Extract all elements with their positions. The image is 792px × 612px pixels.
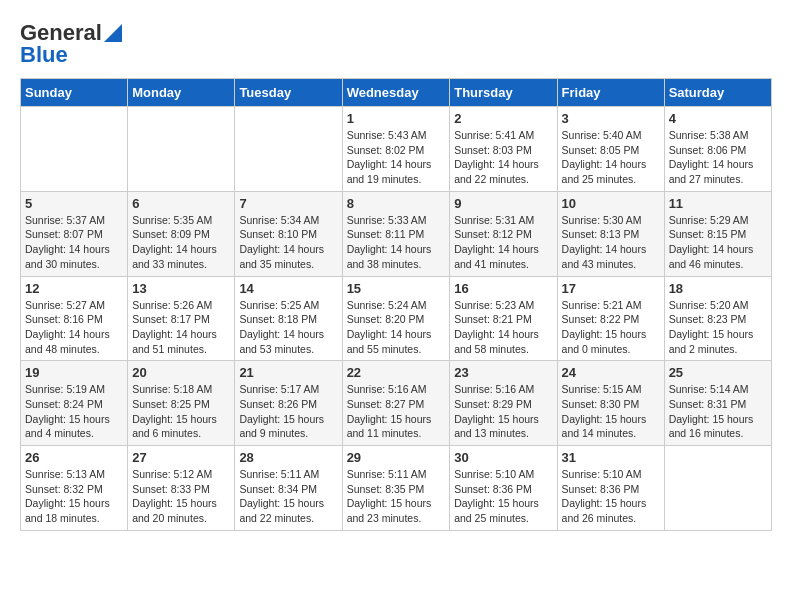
- day-number: 5: [25, 196, 123, 211]
- calendar-cell: 22Sunrise: 5:16 AM Sunset: 8:27 PM Dayli…: [342, 361, 450, 446]
- day-info: Sunrise: 5:25 AM Sunset: 8:18 PM Dayligh…: [239, 298, 337, 357]
- day-number: 22: [347, 365, 446, 380]
- day-info: Sunrise: 5:26 AM Sunset: 8:17 PM Dayligh…: [132, 298, 230, 357]
- day-info: Sunrise: 5:13 AM Sunset: 8:32 PM Dayligh…: [25, 467, 123, 526]
- weekday-header: Friday: [557, 79, 664, 107]
- calendar-cell: 1Sunrise: 5:43 AM Sunset: 8:02 PM Daylig…: [342, 107, 450, 192]
- day-number: 15: [347, 281, 446, 296]
- calendar-cell: 29Sunrise: 5:11 AM Sunset: 8:35 PM Dayli…: [342, 446, 450, 531]
- calendar-cell: 28Sunrise: 5:11 AM Sunset: 8:34 PM Dayli…: [235, 446, 342, 531]
- day-info: Sunrise: 5:14 AM Sunset: 8:31 PM Dayligh…: [669, 382, 767, 441]
- day-number: 2: [454, 111, 552, 126]
- calendar-cell: 5Sunrise: 5:37 AM Sunset: 8:07 PM Daylig…: [21, 191, 128, 276]
- weekday-header: Wednesday: [342, 79, 450, 107]
- day-info: Sunrise: 5:18 AM Sunset: 8:25 PM Dayligh…: [132, 382, 230, 441]
- calendar-cell: 24Sunrise: 5:15 AM Sunset: 8:30 PM Dayli…: [557, 361, 664, 446]
- day-info: Sunrise: 5:21 AM Sunset: 8:22 PM Dayligh…: [562, 298, 660, 357]
- day-number: 23: [454, 365, 552, 380]
- page-header: General Blue: [20, 20, 772, 68]
- day-number: 21: [239, 365, 337, 380]
- calendar-cell: 4Sunrise: 5:38 AM Sunset: 8:06 PM Daylig…: [664, 107, 771, 192]
- logo-blue-text: Blue: [20, 42, 68, 68]
- calendar-cell: 10Sunrise: 5:30 AM Sunset: 8:13 PM Dayli…: [557, 191, 664, 276]
- calendar-cell: [664, 446, 771, 531]
- calendar-cell: 26Sunrise: 5:13 AM Sunset: 8:32 PM Dayli…: [21, 446, 128, 531]
- day-number: 10: [562, 196, 660, 211]
- day-info: Sunrise: 5:30 AM Sunset: 8:13 PM Dayligh…: [562, 213, 660, 272]
- calendar-cell: 9Sunrise: 5:31 AM Sunset: 8:12 PM Daylig…: [450, 191, 557, 276]
- calendar-cell: 12Sunrise: 5:27 AM Sunset: 8:16 PM Dayli…: [21, 276, 128, 361]
- day-number: 17: [562, 281, 660, 296]
- day-number: 8: [347, 196, 446, 211]
- day-number: 31: [562, 450, 660, 465]
- day-info: Sunrise: 5:16 AM Sunset: 8:29 PM Dayligh…: [454, 382, 552, 441]
- day-info: Sunrise: 5:17 AM Sunset: 8:26 PM Dayligh…: [239, 382, 337, 441]
- day-number: 11: [669, 196, 767, 211]
- day-number: 27: [132, 450, 230, 465]
- calendar-cell: 3Sunrise: 5:40 AM Sunset: 8:05 PM Daylig…: [557, 107, 664, 192]
- calendar-week-row: 26Sunrise: 5:13 AM Sunset: 8:32 PM Dayli…: [21, 446, 772, 531]
- calendar-cell: 16Sunrise: 5:23 AM Sunset: 8:21 PM Dayli…: [450, 276, 557, 361]
- day-number: 25: [669, 365, 767, 380]
- calendar-table: SundayMondayTuesdayWednesdayThursdayFrid…: [20, 78, 772, 531]
- day-number: 4: [669, 111, 767, 126]
- day-info: Sunrise: 5:20 AM Sunset: 8:23 PM Dayligh…: [669, 298, 767, 357]
- calendar-cell: 31Sunrise: 5:10 AM Sunset: 8:36 PM Dayli…: [557, 446, 664, 531]
- day-number: 3: [562, 111, 660, 126]
- day-info: Sunrise: 5:10 AM Sunset: 8:36 PM Dayligh…: [454, 467, 552, 526]
- calendar-cell: 8Sunrise: 5:33 AM Sunset: 8:11 PM Daylig…: [342, 191, 450, 276]
- calendar-cell: 23Sunrise: 5:16 AM Sunset: 8:29 PM Dayli…: [450, 361, 557, 446]
- day-info: Sunrise: 5:37 AM Sunset: 8:07 PM Dayligh…: [25, 213, 123, 272]
- day-info: Sunrise: 5:41 AM Sunset: 8:03 PM Dayligh…: [454, 128, 552, 187]
- day-info: Sunrise: 5:15 AM Sunset: 8:30 PM Dayligh…: [562, 382, 660, 441]
- calendar-week-row: 12Sunrise: 5:27 AM Sunset: 8:16 PM Dayli…: [21, 276, 772, 361]
- day-info: Sunrise: 5:33 AM Sunset: 8:11 PM Dayligh…: [347, 213, 446, 272]
- calendar-cell: 2Sunrise: 5:41 AM Sunset: 8:03 PM Daylig…: [450, 107, 557, 192]
- calendar-cell: 19Sunrise: 5:19 AM Sunset: 8:24 PM Dayli…: [21, 361, 128, 446]
- weekday-header: Monday: [128, 79, 235, 107]
- day-info: Sunrise: 5:29 AM Sunset: 8:15 PM Dayligh…: [669, 213, 767, 272]
- day-info: Sunrise: 5:11 AM Sunset: 8:35 PM Dayligh…: [347, 467, 446, 526]
- day-info: Sunrise: 5:38 AM Sunset: 8:06 PM Dayligh…: [669, 128, 767, 187]
- day-number: 1: [347, 111, 446, 126]
- day-number: 7: [239, 196, 337, 211]
- day-info: Sunrise: 5:23 AM Sunset: 8:21 PM Dayligh…: [454, 298, 552, 357]
- day-info: Sunrise: 5:10 AM Sunset: 8:36 PM Dayligh…: [562, 467, 660, 526]
- day-number: 16: [454, 281, 552, 296]
- calendar-cell: 6Sunrise: 5:35 AM Sunset: 8:09 PM Daylig…: [128, 191, 235, 276]
- logo: General Blue: [20, 20, 122, 68]
- day-number: 12: [25, 281, 123, 296]
- day-info: Sunrise: 5:31 AM Sunset: 8:12 PM Dayligh…: [454, 213, 552, 272]
- day-info: Sunrise: 5:43 AM Sunset: 8:02 PM Dayligh…: [347, 128, 446, 187]
- calendar-cell: [21, 107, 128, 192]
- day-number: 20: [132, 365, 230, 380]
- calendar-cell: 30Sunrise: 5:10 AM Sunset: 8:36 PM Dayli…: [450, 446, 557, 531]
- calendar-header-row: SundayMondayTuesdayWednesdayThursdayFrid…: [21, 79, 772, 107]
- day-number: 29: [347, 450, 446, 465]
- calendar-cell: 17Sunrise: 5:21 AM Sunset: 8:22 PM Dayli…: [557, 276, 664, 361]
- calendar-cell: 15Sunrise: 5:24 AM Sunset: 8:20 PM Dayli…: [342, 276, 450, 361]
- logo-arrow-icon: [104, 24, 122, 42]
- calendar-week-row: 19Sunrise: 5:19 AM Sunset: 8:24 PM Dayli…: [21, 361, 772, 446]
- day-info: Sunrise: 5:24 AM Sunset: 8:20 PM Dayligh…: [347, 298, 446, 357]
- day-info: Sunrise: 5:12 AM Sunset: 8:33 PM Dayligh…: [132, 467, 230, 526]
- calendar-cell: 20Sunrise: 5:18 AM Sunset: 8:25 PM Dayli…: [128, 361, 235, 446]
- day-number: 19: [25, 365, 123, 380]
- svg-marker-0: [104, 24, 122, 42]
- calendar-cell: 25Sunrise: 5:14 AM Sunset: 8:31 PM Dayli…: [664, 361, 771, 446]
- weekday-header: Sunday: [21, 79, 128, 107]
- day-info: Sunrise: 5:19 AM Sunset: 8:24 PM Dayligh…: [25, 382, 123, 441]
- weekday-header: Saturday: [664, 79, 771, 107]
- day-number: 9: [454, 196, 552, 211]
- day-number: 18: [669, 281, 767, 296]
- calendar-cell: 27Sunrise: 5:12 AM Sunset: 8:33 PM Dayli…: [128, 446, 235, 531]
- day-info: Sunrise: 5:34 AM Sunset: 8:10 PM Dayligh…: [239, 213, 337, 272]
- day-number: 6: [132, 196, 230, 211]
- calendar-cell: 14Sunrise: 5:25 AM Sunset: 8:18 PM Dayli…: [235, 276, 342, 361]
- calendar-cell: [128, 107, 235, 192]
- calendar-cell: 18Sunrise: 5:20 AM Sunset: 8:23 PM Dayli…: [664, 276, 771, 361]
- day-number: 14: [239, 281, 337, 296]
- day-number: 26: [25, 450, 123, 465]
- day-info: Sunrise: 5:40 AM Sunset: 8:05 PM Dayligh…: [562, 128, 660, 187]
- day-number: 30: [454, 450, 552, 465]
